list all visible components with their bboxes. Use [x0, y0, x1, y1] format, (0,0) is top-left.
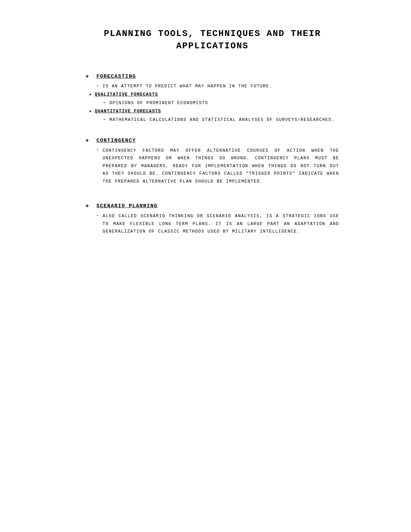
- forecasting-description: IS AN ATTEMPT TO PREDICT WHAT MAY HAPPEN…: [103, 83, 272, 90]
- title-section: PLANNING TOOLS, TECHNIQUES AND THEIR APP…: [86, 27, 339, 52]
- dash-icon: -: [96, 212, 99, 219]
- contingency-heading: ❖ CONTINGENCY: [86, 137, 339, 144]
- qualitative-description: OPINIONS OF PROMINENT ECONOMISTS: [110, 100, 208, 107]
- page-container: PLANNING TOOLS, TECHNIQUES AND THEIR APP…: [58, 0, 353, 532]
- page-title: PLANNING TOOLS, TECHNIQUES AND THEIR APP…: [86, 27, 339, 52]
- scenario-description: ALSO CALLED SCENARIO THINKING OR SCENARI…: [103, 212, 339, 236]
- quantitative-item: ➤ QUANTITATIVE FORECASTS: [89, 109, 339, 114]
- scenario-section: ❖ SCENARIO PLANNING - ALSO CALLED SCENAR…: [86, 202, 339, 236]
- dash-icon: -: [96, 83, 99, 89]
- dash-icon: -: [96, 147, 99, 153]
- forecasting-heading: ❖ FORECASTING: [86, 73, 339, 79]
- forecasting-sub-item: - IS AN ATTEMPT TO PREDICT WHAT MAY HAPP…: [96, 83, 339, 90]
- contingency-section: ❖ CONTINGENCY - CONTINGENCY FACTORS MAY …: [86, 137, 339, 186]
- quantitative-description: MATHEMATICAL CALCULATIONS AND STATISTICA…: [110, 116, 335, 123]
- dash-icon: -: [103, 116, 106, 123]
- contingency-sub-item: - CONTINGENCY FACTORS MAY OFFER ALTERNAT…: [96, 147, 339, 186]
- qualitative-item: ➤ QUALITATIVE FORECASTS: [89, 92, 339, 98]
- contingency-bullet: ❖: [86, 138, 89, 144]
- qualitative-sub-item: - OPINIONS OF PROMINENT ECONOMISTS: [103, 100, 339, 107]
- scenario-sub-item: - ALSO CALLED SCENARIO THINKING OR SCENA…: [96, 212, 339, 236]
- scenario-heading-text: SCENARIO PLANNING: [97, 203, 158, 209]
- qualitative-label: QUALITATIVE FORECASTS: [95, 92, 158, 97]
- contingency-heading-text: CONTINGENCY: [97, 138, 136, 144]
- quantitative-label: QUANTITATIVE FORECASTS: [95, 109, 161, 114]
- scenario-bullet: ❖: [86, 203, 89, 209]
- arrow-right-icon: ➤: [89, 109, 92, 114]
- forecasting-section: ❖ FORECASTING - IS AN ATTEMPT TO PREDICT…: [86, 73, 339, 123]
- arrow-right-icon: ➤: [89, 92, 92, 98]
- forecasting-heading-text: FORECASTING: [97, 74, 136, 79]
- scenario-heading: ❖ SCENARIO PLANNING: [86, 202, 339, 209]
- quantitative-sub-item: - MATHEMATICAL CALCULATIONS AND STATISTI…: [103, 116, 339, 123]
- dash-icon: -: [103, 100, 106, 106]
- forecasting-bullet: ❖: [86, 74, 89, 79]
- contingency-description: CONTINGENCY FACTORS MAY OFFER ALTERNATIV…: [103, 147, 339, 186]
